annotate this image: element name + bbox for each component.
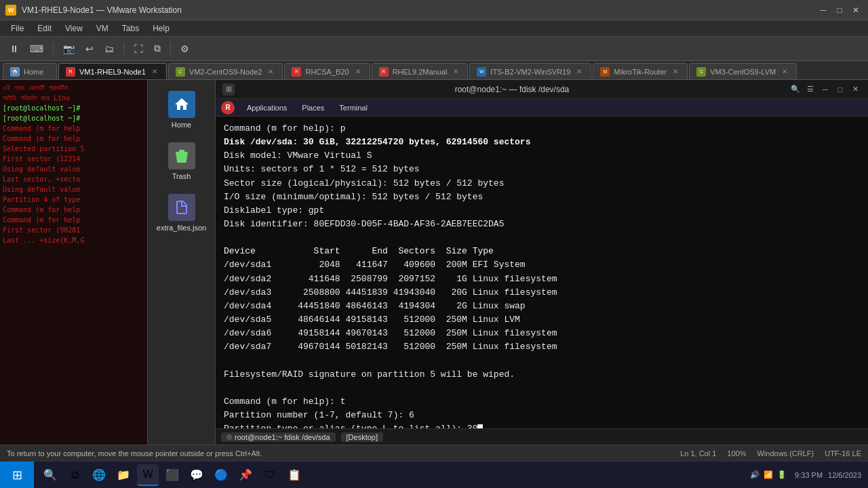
tab-close-mikrotik[interactable]: ✕: [671, 67, 680, 77]
unity-button[interactable]: ⧉: [150, 39, 165, 58]
partition-sda3: /dev/sda3 2508800 44451839 41943040 20G …: [224, 286, 860, 300]
units-line: Units: sectors of 1 * 512 = 512 bytes: [224, 163, 860, 176]
tab-close-vm1[interactable]: ✕: [150, 67, 159, 77]
minimize-button[interactable]: ─: [816, 3, 830, 17]
running-item-fdisk[interactable]: root@node1:~ fdisk /dev/sda: [221, 432, 336, 442]
vmware-window: W VM1-RHEL9-Node1 — VMware Workstation ─…: [0, 0, 868, 461]
tab-close-rhcsa[interactable]: ✕: [353, 67, 363, 77]
disk-info-line: Disk /dev/sda: 30 GiB, 32212254720 bytes…: [224, 136, 860, 149]
partition-sda1: /dev/sda1 2048 411647 409600 200M EFI Sy…: [224, 258, 860, 272]
restore-button[interactable]: □: [833, 3, 846, 17]
tab-mikrotik[interactable]: M MikroTik-Router ✕: [593, 63, 688, 79]
revert-button[interactable]: ↩: [81, 39, 98, 58]
terminal-search-button[interactable]: 🔍: [789, 83, 802, 96]
tab-close-its[interactable]: ✕: [574, 67, 584, 77]
send-ctrl-alt-del-button[interactable]: ⌨: [26, 39, 47, 58]
tab-rhcsa[interactable]: R RHCSA_B20 ✕: [284, 63, 370, 79]
taskbar-app5[interactable]: 📌: [235, 464, 256, 486]
tab-rhel92manual[interactable]: R RHEL9.2Manual ✕: [372, 63, 469, 79]
home-icon: [168, 91, 195, 118]
sidebar-item-home[interactable]: Home: [155, 87, 209, 133]
terminal-statusbar: root@node1:~ fdisk /dev/sda [Desktop]: [216, 428, 868, 445]
partition-sda2: /dev/sda2 411648 2508799 2097152 1G Linu…: [224, 272, 860, 286]
gnome-places-menu[interactable]: Places: [296, 102, 330, 113]
trash-icon: [168, 142, 195, 169]
menu-tabs[interactable]: Tabs: [117, 22, 144, 35]
gnome-logo: R: [221, 101, 235, 115]
taskbar-whatsapp[interactable]: 💬: [186, 464, 208, 486]
settings-button[interactable]: ⚙: [176, 39, 193, 58]
status-note: To return to your computer, move the mou…: [7, 449, 672, 458]
taskbar-task-view[interactable]: ⧉: [64, 464, 85, 486]
tab-centos9-icon: C: [176, 67, 185, 77]
tab-home[interactable]: 🏠 Home: [3, 63, 57, 79]
sidebar-item-trash[interactable]: Trash: [155, 138, 209, 184]
taskbar-search[interactable]: 🔍: [39, 464, 61, 486]
power-pause-button[interactable]: ⏸: [5, 39, 23, 58]
menu-help[interactable]: Help: [147, 22, 175, 35]
terminal-menu-button[interactable]: ☰: [804, 83, 816, 96]
terminal-close-button[interactable]: ✕: [849, 83, 861, 96]
running-item-desktop[interactable]: [Desktop]: [341, 432, 383, 442]
gnome-applications-menu[interactable]: Applications: [241, 102, 292, 113]
trash-label: Trash: [172, 172, 191, 180]
vmware-statusbar: To return to your computer, move the mou…: [0, 445, 868, 461]
fullscreen-button[interactable]: ⛶: [130, 39, 147, 58]
tab-vm1-rhel9[interactable]: R VM1-RHEL9-Node1 ✕: [58, 63, 167, 79]
status-dot-1: [226, 434, 232, 440]
tab-home-icon: 🏠: [10, 67, 20, 77]
partition-number-prompt: Partition number (1-7, default 7): 6: [224, 409, 860, 422]
window-controls: ─ □ ✕: [816, 3, 863, 17]
extra-files-label: extra_files.json: [157, 224, 206, 232]
taskbar-right: 🔊 📶 🔋 9:33 PM 12/6/2023: [750, 470, 868, 479]
status-right: Ln 1, Col 1 100% Windows (CRLF) UTF-16 L…: [680, 449, 861, 458]
blank-3: [224, 382, 860, 395]
menu-vm[interactable]: VM: [91, 22, 114, 35]
snapshot-manager-button[interactable]: 🗂: [100, 39, 118, 58]
tab-vm2-centos9[interactable]: C VM2-CentOS9-Node2 ✕: [168, 63, 283, 79]
wipe-warning: Filesystem/RAID signature on partition 5…: [224, 368, 860, 382]
taskbar-chrome[interactable]: 🔵: [210, 464, 232, 486]
partition-sda4: /dev/sda4 44451840 48646143 4194304 2G L…: [224, 300, 860, 313]
terminal-title: root@node1:~ — fdisk /dev/sda: [235, 85, 789, 94]
snapshot-button[interactable]: 📷: [59, 39, 79, 58]
clock: 9:33 PM 12/6/2023: [795, 471, 861, 479]
menu-edit[interactable]: Edit: [32, 22, 57, 35]
tray-icon-3: 🔋: [777, 470, 787, 479]
start-button[interactable]: ⊞: [0, 462, 34, 489]
vmware-menubar: File Edit View VM Tabs Help: [0, 20, 868, 37]
tab-vm3-centos9[interactable]: C VM3-CentOS9-LVM ✕: [689, 63, 797, 79]
taskbar-terminal[interactable]: ⬛: [161, 464, 183, 486]
vmware-icon: W: [5, 5, 16, 16]
time-display: 9:33 PM: [795, 471, 823, 479]
tab-rhel9-icon: R: [66, 67, 75, 77]
terminal-window-controls: 🔍 ☰ ─ □ ✕: [789, 83, 861, 96]
vmware-title: VM1-RHEL9-Node1 — VMware Workstation: [22, 5, 816, 15]
tab-close-vm2[interactable]: ✕: [266, 67, 275, 77]
system-tray: 🔊 📶 🔋: [750, 470, 787, 479]
toolbar-separator-2: [123, 42, 124, 56]
terminal-output[interactable]: Command (m for help): p Disk /dev/sda: 3…: [216, 117, 868, 428]
menu-file[interactable]: File: [5, 22, 29, 35]
linux-side-panel: এই ল্যাব ডেমোটি প্রাকটিস আইডি পরিবর্তন ক…: [0, 80, 148, 445]
taskbar-file-explorer[interactable]: 📁: [113, 464, 134, 486]
zoom-level: 100%: [727, 449, 746, 458]
gnome-terminal-menu[interactable]: Terminal: [334, 102, 373, 113]
tab-rhel92-icon: R: [379, 67, 389, 77]
taskbar-app6[interactable]: 🛡: [259, 464, 281, 486]
vmware-toolbar: ⏸ ⌨ 📷 ↩ 🗂 ⛶ ⧉ ⚙: [0, 37, 868, 61]
taskbar-vmware[interactable]: W: [137, 464, 159, 486]
sidebar-item-extra-files[interactable]: extra_files.json: [155, 190, 209, 236]
toolbar-separator-1: [53, 42, 54, 56]
tab-close-vm3[interactable]: ✕: [780, 67, 789, 77]
taskbar-edge[interactable]: 🌐: [88, 464, 110, 486]
tab-close-rhel92[interactable]: ✕: [451, 67, 460, 77]
terminal-maximize-button[interactable]: □: [834, 83, 846, 96]
taskbar-app7[interactable]: 📋: [283, 464, 305, 486]
menu-view[interactable]: View: [60, 22, 88, 35]
terminal-container: ⊞ root@node1:~ — fdisk /dev/sda 🔍 ☰ ─ □ …: [216, 80, 868, 445]
tab-its-b2[interactable]: W ITS-B2-VM2-WinSVR19 ✕: [469, 63, 591, 79]
terminal-icon: ⊞: [222, 83, 235, 96]
terminal-minimize-button[interactable]: ─: [819, 83, 831, 96]
close-button[interactable]: ✕: [849, 3, 863, 17]
